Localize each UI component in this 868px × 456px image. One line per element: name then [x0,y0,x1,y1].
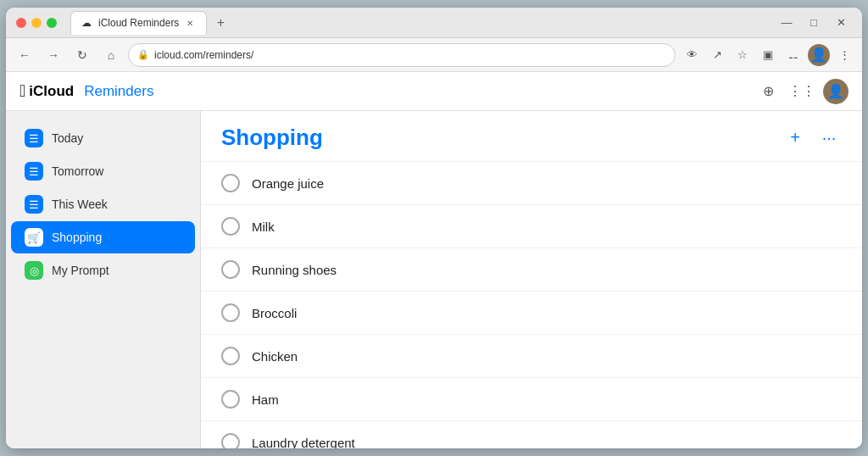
reminder-item[interactable]: Chicken [201,335,862,378]
sidebar-item-this-week[interactable]: ☰ This Week [11,188,195,220]
sidebar: ☰ Today ☰ Tomorrow ☰ This Week 🛒 Shoppin… [6,111,201,448]
sidebar-item-label: Shopping [52,231,102,244]
reminder-text: Broccoli [252,306,297,320]
sidebar-item-label: Today [52,131,83,145]
reminder-item[interactable]: Milk [201,205,862,248]
reminder-item[interactable]: Running shoes [201,248,862,292]
maximize-button[interactable] [47,18,57,28]
tab-label: iCloud Reminders [98,17,179,29]
reminder-item[interactable]: Laundry detergent [201,421,862,448]
window-restore-icon[interactable]: □ [803,12,825,34]
window-minimize-icon[interactable]: — [776,12,798,34]
refresh-button[interactable]: ↻ [70,43,94,67]
extensions-icon[interactable]: ▣ [757,44,779,66]
reminder-checkbox[interactable] [221,303,240,322]
apple-icon:  [19,81,25,101]
home-button[interactable]: ⌂ [99,43,123,67]
reminder-text: Ham [252,392,279,407]
reminder-text: Orange juice [252,176,324,191]
close-button[interactable] [16,18,26,28]
reminder-text: Laundry detergent [252,436,355,449]
avatar-icon: 👤 [827,83,844,99]
user-avatar[interactable]: 👤 [823,79,849,104]
main-panel: Shopping + ··· Orange juiceMilkRunning s… [201,111,862,448]
sidebar-item-label: This Week [52,197,108,211]
address-bar[interactable]: 🔒 icloud.com/reminders/ [128,43,676,67]
window-close-icon[interactable]: ✕ [830,12,852,34]
back-button[interactable]: ← [13,43,36,67]
sidebar-item-tomorrow[interactable]: ☰ Tomorrow [11,155,195,187]
main-content: ☰ Today ☰ Tomorrow ☰ This Week 🛒 Shoppin… [6,111,862,448]
list-title: Shopping [221,125,323,151]
lock-icon: 🔒 [137,49,149,60]
title-bar: ☁ iCloud Reminders ✕ + — □ ✕ [6,8,862,38]
nav-bar: ← → ↻ ⌂ 🔒 icloud.com/reminders/ 👁 ↗ ☆ ▣ … [6,38,862,72]
forward-button[interactable]: → [42,43,65,67]
browser-window: ☁ iCloud Reminders ✕ + — □ ✕ ← → ↻ ⌂ 🔒 i… [6,8,862,448]
my-prompt-icon: ◎ [25,261,43,280]
tab-bar: ☁ iCloud Reminders ✕ + [70,11,769,35]
bookmark-icon[interactable]: ☆ [732,44,754,66]
reminder-text: Milk [252,220,275,234]
this-week-icon: ☰ [25,195,43,214]
sidebar-item-label: My Prompt [52,264,109,277]
browser-profile-avatar[interactable]: 👤 [808,44,830,66]
nav-icons: 👁 ↗ ☆ ▣ ⚋ 👤 ⋮ [681,44,855,66]
icloud-label: iCloud [29,83,74,100]
icloud-header:  iCloud Reminders ⊕ ⋮⋮ 👤 [6,72,862,111]
sidebar-item-label: Tomorrow [52,164,103,178]
list-header: Shopping + ··· [201,111,862,162]
reminders-label: Reminders [84,83,153,100]
reminder-checkbox[interactable] [221,260,240,279]
active-tab[interactable]: ☁ iCloud Reminders ✕ [70,11,207,35]
external-link-icon[interactable]: ↗ [706,44,728,66]
sidebar-item-today[interactable]: ☰ Today [11,122,195,154]
reminder-checkbox[interactable] [221,390,240,409]
reminder-text: Running shoes [252,263,337,277]
tomorrow-icon: ☰ [25,162,43,181]
apps-grid-button[interactable]: ⋮⋮ [789,79,815,104]
add-reminder-button[interactable]: ⊕ [755,79,781,104]
menu-icon[interactable]: ⋮ [833,44,855,66]
reminder-checkbox[interactable] [221,433,240,448]
reminders-list: Orange juiceMilkRunning shoesBroccoliChi… [201,162,862,448]
minimize-button[interactable] [31,18,42,28]
today-icon: ☰ [25,129,43,147]
reminder-checkbox[interactable] [221,347,240,365]
list-header-actions: + ··· [782,125,842,151]
icloud-logo:  iCloud Reminders [19,81,153,101]
tab-favicon: ☁ [81,17,93,29]
sidebar-toggle-icon[interactable]: ⚋ [782,44,804,66]
reminder-item[interactable]: Orange juice [201,162,862,205]
more-options-button[interactable]: ··· [816,125,842,151]
add-item-button[interactable]: + [782,125,808,151]
reminder-item[interactable]: Broccoli [201,292,862,335]
avatar-image: 👤 [810,47,827,63]
reminder-item[interactable]: Ham [201,378,862,421]
reminder-checkbox[interactable] [221,174,240,192]
tab-close-icon[interactable]: ✕ [184,17,196,29]
address-text: icloud.com/reminders/ [154,49,253,61]
reminder-text: Chicken [252,349,298,364]
app-container:  iCloud Reminders ⊕ ⋮⋮ 👤 ☰ Today [6,72,862,448]
eyeglasses-icon[interactable]: 👁 [681,44,703,66]
window-controls [16,18,57,28]
shopping-icon: 🛒 [25,228,43,247]
reminder-checkbox[interactable] [221,217,240,236]
sidebar-item-my-prompt[interactable]: ◎ My Prompt [11,254,195,286]
sidebar-item-shopping[interactable]: 🛒 Shopping [11,221,195,253]
icloud-header-icons: ⊕ ⋮⋮ 👤 [755,79,849,104]
new-tab-button[interactable]: + [210,13,231,33]
